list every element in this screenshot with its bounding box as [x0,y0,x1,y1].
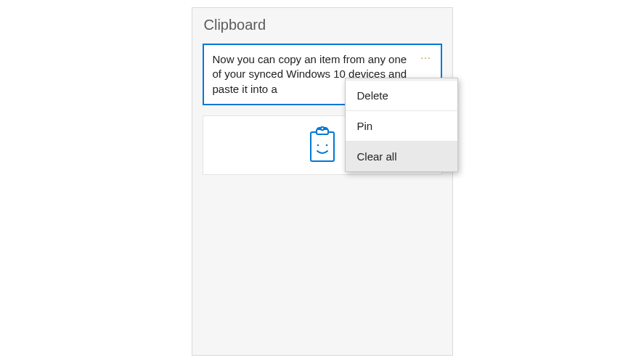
svg-rect-0 [311,132,334,161]
menu-item-clear-all[interactable]: Clear all [346,142,457,171]
svg-point-3 [317,144,319,146]
panel-title: Clipboard [203,17,442,33]
ellipsis-icon: ··· [420,52,431,63]
menu-item-pin[interactable]: Pin [346,111,457,142]
svg-point-4 [325,144,327,146]
menu-item-delete[interactable]: Delete [346,80,457,111]
more-options-button[interactable]: ··· [419,52,433,62]
clipboard-panel: Clipboard Now you can copy an item from … [192,7,453,356]
context-menu: Delete Pin Clear all [345,78,458,172]
svg-point-2 [320,127,323,130]
clipboard-smile-icon [307,126,338,164]
